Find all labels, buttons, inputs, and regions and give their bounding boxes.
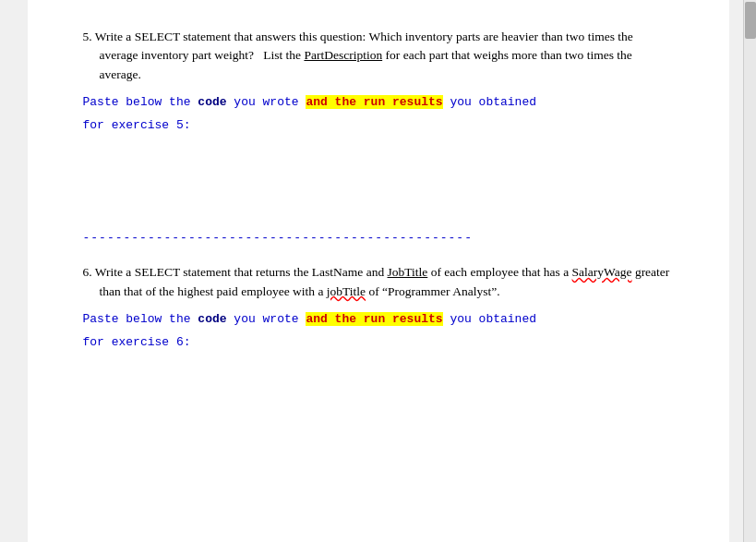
q5-code-word: code — [198, 95, 226, 109]
q6-highlight: and the run results — [306, 312, 442, 326]
scrollbar[interactable] — [743, 0, 756, 542]
q5-paste-prefix: Paste below the — [83, 95, 198, 109]
q6-paste-instruction: Paste below the code you wrote and the r… — [83, 310, 674, 330]
section-divider: ----------------------------------------… — [83, 231, 674, 245]
q6-paste-suffix: you obtained — [443, 312, 536, 326]
question-6-block: 6. Write a SELECT statement that returns… — [83, 263, 674, 429]
q6-paste-prefix: Paste below the — [83, 312, 198, 326]
q5-paste-suffix: you obtained — [443, 95, 536, 109]
q6-salarywage: SalaryWage — [572, 265, 632, 279]
q6-paste-line2: for exercise 6: — [83, 333, 674, 353]
q5-number: 5. — [83, 30, 92, 43]
q6-number: 6. — [83, 265, 92, 279]
q6-jobtitle: JobTitle — [388, 265, 428, 279]
question-6-text: 6. Write a SELECT statement that returns… — [83, 263, 674, 301]
scrollbar-thumb[interactable] — [745, 2, 756, 39]
q5-paste-middle: you wrote — [227, 95, 306, 109]
q5-text-line1: Write a SELECT statement that answers th… — [95, 30, 633, 81]
q5-paste-line2: for exercise 5: — [83, 116, 674, 136]
q6-jobtitle2: jobTitle — [327, 284, 366, 298]
q6-code-word: code — [198, 312, 226, 326]
q6-for-exercise: for exercise 6: — [83, 335, 191, 349]
q5-for-exercise: for exercise 5: — [83, 118, 191, 132]
q6-text-line1: Write a SELECT statement that returns th… — [95, 265, 670, 297]
question-5-block: 5. Write a SELECT statement that answers… — [83, 28, 674, 212]
q5-partdescription: PartDescription — [304, 48, 382, 62]
question-5-text: 5. Write a SELECT statement that answers… — [83, 28, 674, 84]
q5-highlight: and the run results — [306, 95, 442, 109]
q5-paste-instruction: Paste below the code you wrote and the r… — [83, 93, 674, 113]
q6-paste-middle: you wrote — [227, 312, 306, 326]
q5-answer-space — [83, 139, 674, 212]
q6-answer-space — [83, 355, 674, 429]
page-content: 5. Write a SELECT statement that answers… — [28, 0, 729, 542]
